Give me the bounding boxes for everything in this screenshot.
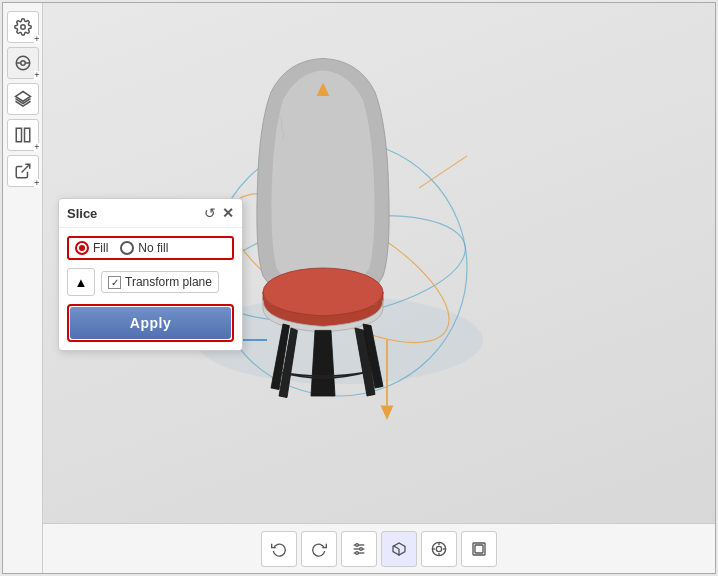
settings-icon[interactable]: + — [7, 11, 39, 43]
svg-line-8 — [21, 164, 29, 172]
crop-button[interactable] — [461, 531, 497, 567]
slice-plus-badge: + — [34, 71, 39, 80]
transform-plane-checkbox[interactable]: ✓ — [108, 276, 121, 289]
svg-point-25 — [356, 551, 359, 554]
slice-panel-header: Slice ↺ ✕ — [59, 199, 242, 228]
slice-panel-title: Slice — [67, 206, 97, 221]
slice-sidebar-icon[interactable]: + — [7, 47, 39, 79]
column-sidebar-icon[interactable]: + — [7, 119, 39, 151]
svg-point-24 — [360, 547, 363, 550]
no-fill-radio[interactable] — [120, 241, 134, 255]
svg-line-19 — [419, 156, 467, 188]
adjustments-button[interactable] — [341, 531, 377, 567]
redo-button[interactable] — [301, 531, 337, 567]
fill-options-row: Fill No fill — [67, 236, 234, 260]
svg-point-29 — [436, 546, 441, 551]
plane-direction-button[interactable]: ▲ — [67, 268, 95, 296]
transform-plane-checkbox-wrap[interactable]: ✓ Transform plane — [101, 271, 219, 293]
apply-button[interactable]: Apply — [70, 307, 231, 339]
transform-plane-row: ▲ ✓ Transform plane — [67, 268, 234, 296]
transform-plane-label: Transform plane — [125, 275, 212, 289]
svg-point-0 — [20, 25, 25, 30]
svg-rect-6 — [16, 128, 21, 142]
settings-plus-badge: + — [34, 35, 39, 44]
undo-button[interactable] — [261, 531, 297, 567]
export-plus-badge: + — [34, 179, 39, 188]
slice-panel-body: Fill No fill ▲ ✓ Transform plane A — [59, 228, 242, 350]
bottom-toolbar — [43, 523, 715, 573]
fill-radio[interactable] — [75, 241, 89, 255]
export-sidebar-icon[interactable]: + — [7, 155, 39, 187]
svg-point-2 — [20, 61, 25, 66]
svg-line-26 — [393, 545, 399, 548]
fill-option[interactable]: Fill — [75, 241, 108, 255]
fill-radio-dot — [79, 245, 85, 251]
no-fill-label: No fill — [138, 241, 168, 255]
cube-button[interactable] — [381, 531, 417, 567]
layers-sidebar-icon[interactable] — [7, 83, 39, 115]
svg-marker-17 — [381, 406, 394, 420]
no-fill-option[interactable]: No fill — [120, 241, 168, 255]
fill-label: Fill — [93, 241, 108, 255]
apply-button-wrapper: Apply — [67, 304, 234, 342]
main-window: + + + — [2, 2, 716, 574]
left-sidebar: + + + — [3, 3, 43, 573]
svg-point-23 — [356, 543, 359, 546]
target-button[interactable] — [421, 531, 457, 567]
close-slice-icon[interactable]: ✕ — [222, 205, 234, 221]
slice-header-actions: ↺ ✕ — [204, 205, 234, 221]
slice-panel: Slice ↺ ✕ Fill No fill — [58, 198, 243, 351]
column-plus-badge: + — [34, 143, 39, 152]
svg-rect-35 — [475, 545, 483, 553]
svg-rect-7 — [24, 128, 29, 142]
undo-slice-icon[interactable]: ↺ — [204, 205, 216, 221]
